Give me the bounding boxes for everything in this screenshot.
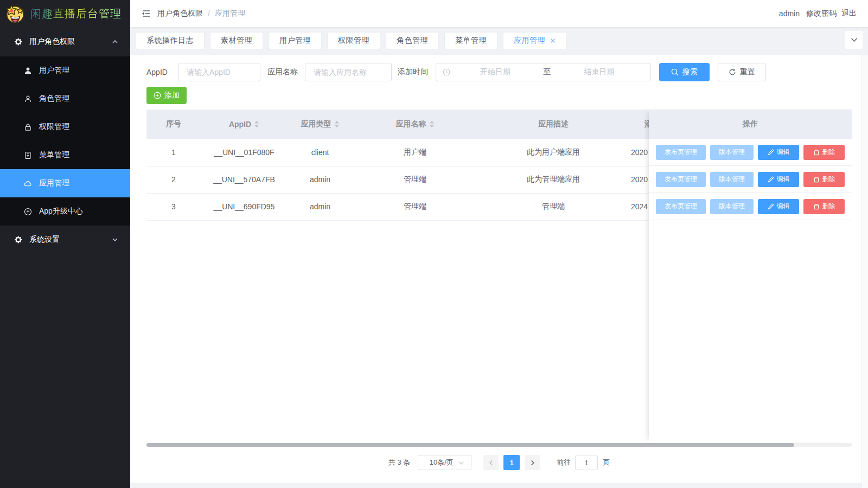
tab-permission-management[interactable]: 权限管理 <box>327 32 380 49</box>
version-management-button[interactable]: 版本管理 <box>710 199 754 214</box>
column-header-app-name[interactable]: 应用名称 <box>353 110 477 139</box>
trash-icon <box>813 203 820 210</box>
sort-carets-icon[interactable] <box>334 120 340 128</box>
goto-page-input[interactable] <box>575 455 598 470</box>
sidebar-item-menu-management[interactable]: 菜单管理 <box>0 141 130 169</box>
delete-button[interactable]: 删除 <box>803 199 845 214</box>
breadcrumb-parent[interactable]: 用户角色权限 <box>157 9 203 18</box>
column-header-appid[interactable]: AppID <box>201 110 288 139</box>
cell-add-time: 2020 <box>629 139 649 166</box>
reset-button[interactable]: 重置 <box>718 63 766 81</box>
tab-label: 素材管理 <box>221 36 252 46</box>
upload-circle-icon <box>24 208 32 216</box>
sidebar-item-label: 用户管理 <box>39 66 69 75</box>
tab-label: 菜单管理 <box>455 36 487 46</box>
pencil-icon <box>768 203 774 210</box>
cell-app-type: admin <box>288 166 353 193</box>
cell-index: 1 <box>146 139 201 166</box>
version-management-button[interactable]: 版本管理 <box>710 145 754 160</box>
tab-role-management[interactable]: 角色管理 <box>386 32 439 49</box>
sidebar-fold-icon[interactable] <box>141 8 151 19</box>
row-actions: 发布页管理 版本管理 编辑 删除 <box>649 166 852 193</box>
sidebar-item-role-management[interactable]: 角色管理 <box>0 85 130 113</box>
version-management-button[interactable]: 版本管理 <box>710 172 754 187</box>
chevron-left-icon <box>488 460 494 466</box>
appid-filter-input[interactable] <box>178 63 260 81</box>
sort-carets-icon[interactable] <box>429 120 435 128</box>
tabs-more-button[interactable] <box>845 31 863 49</box>
chevron-down-icon <box>458 460 464 466</box>
reset-button-label: 重置 <box>740 67 755 77</box>
chevron-up-icon <box>112 38 118 45</box>
table-row[interactable]: 3 __UNI__690FD95 admin 管理端 管理端 2024 <box>146 193 649 220</box>
edit-button[interactable]: 编辑 <box>758 172 799 187</box>
sidebar-menu: 用户角色权限 用户管理 角色管理 权限管理 <box>0 27 130 254</box>
delete-button[interactable]: 删除 <box>803 145 845 160</box>
app-name-filter-input[interactable] <box>305 63 392 81</box>
refresh-icon <box>729 68 736 76</box>
cell-add-time: 2020 <box>629 166 649 193</box>
cell-appid: __UNI__01F080F <box>201 139 288 166</box>
date-range-picker[interactable]: 开始日期 至 结束日期 <box>436 63 651 81</box>
tab-label: 权限管理 <box>338 36 369 46</box>
tab-label: 用户管理 <box>279 36 311 46</box>
sidebar-item-system-settings[interactable]: 系统设置 <box>0 226 130 254</box>
tab-material-management[interactable]: 素材管理 <box>210 32 263 49</box>
search-button[interactable]: 搜索 <box>659 63 710 81</box>
tab-app-management[interactable]: 应用管理 <box>503 32 567 49</box>
edit-button[interactable]: 编辑 <box>758 199 799 214</box>
pagination-total: 共 3 条 <box>388 455 410 470</box>
row-actions: 发布页管理 版本管理 编辑 删除 <box>649 139 852 166</box>
table-row[interactable]: 1 __UNI__01F080F client 用户端 此为用户端应用 2020 <box>146 139 649 166</box>
tab-system-operation-log[interactable]: 系统操作日志 <box>136 32 205 49</box>
vertical-scrollbar-gutter[interactable] <box>861 55 868 488</box>
sidebar-item-app-upgrade-center[interactable]: App升级中心 <box>0 197 130 226</box>
logout-link[interactable]: 退出 <box>841 9 857 18</box>
star-struck-emoji-logo-icon <box>5 3 25 24</box>
sidebar-item-label: 菜单管理 <box>39 150 69 160</box>
gear-icon <box>14 236 22 244</box>
date-range-separator: 至 <box>540 67 554 77</box>
end-date-placeholder[interactable]: 结束日期 <box>554 67 644 77</box>
publish-page-management-button[interactable]: 发布页管理 <box>656 145 706 160</box>
document-icon <box>24 151 32 159</box>
page-size-select[interactable]: 10条/页 <box>418 455 471 470</box>
chevron-down-icon <box>112 236 118 243</box>
column-header-app-desc: 应用描述 <box>477 110 629 139</box>
tab-label: 系统操作日志 <box>146 36 194 46</box>
sidebar-item-label: 角色管理 <box>39 94 69 104</box>
sidebar-item-user-role-permissions[interactable]: 用户角色权限 <box>0 27 130 56</box>
page-size-value: 10条/页 <box>430 458 454 467</box>
scrollbar-thumb[interactable] <box>146 443 794 447</box>
publish-page-management-button[interactable]: 发布页管理 <box>656 172 706 187</box>
delete-button[interactable]: 删除 <box>803 172 845 187</box>
cell-app-type: admin <box>288 193 353 220</box>
column-header-add-time: 添加时间 <box>629 110 649 139</box>
sidebar-item-app-management[interactable]: 应用管理 <box>0 169 130 197</box>
tab-menu-management[interactable]: 菜单管理 <box>444 32 497 49</box>
horizontal-scrollbar[interactable] <box>146 443 852 447</box>
close-icon[interactable] <box>550 37 556 44</box>
edit-button[interactable]: 编辑 <box>758 145 799 160</box>
cell-index: 2 <box>146 166 201 193</box>
page-number-button[interactable]: 1 <box>503 455 520 470</box>
cell-app-desc: 管理端 <box>477 193 629 220</box>
tab-user-management[interactable]: 用户管理 <box>269 32 322 49</box>
table-row[interactable]: 2 __UNI__570A7FB admin 管理端 此为管理端应用 2020 <box>146 166 649 193</box>
sort-carets-icon[interactable] <box>254 120 259 128</box>
sidebar-item-permission-management[interactable]: 权限管理 <box>0 113 130 141</box>
start-date-placeholder[interactable]: 开始日期 <box>450 67 540 77</box>
change-password-link[interactable]: 修改密码 <box>806 9 837 18</box>
column-header-app-type[interactable]: 应用类型 <box>288 110 353 139</box>
current-user[interactable]: admin <box>779 9 800 18</box>
add-time-filter-label: 添加时间 <box>398 67 428 77</box>
previous-page-button[interactable] <box>483 455 499 470</box>
publish-page-management-button[interactable]: 发布页管理 <box>656 199 706 214</box>
sidebar-item-user-management[interactable]: 用户管理 <box>0 56 130 85</box>
sidebar-item-label: 系统设置 <box>29 235 112 245</box>
breadcrumb: 用户角色权限 / 应用管理 <box>157 9 245 18</box>
app-name-filter-label: 应用名称 <box>267 67 298 77</box>
add-button[interactable]: 添加 <box>146 87 187 104</box>
search-button-label: 搜索 <box>682 67 698 77</box>
next-page-button[interactable] <box>525 455 540 470</box>
